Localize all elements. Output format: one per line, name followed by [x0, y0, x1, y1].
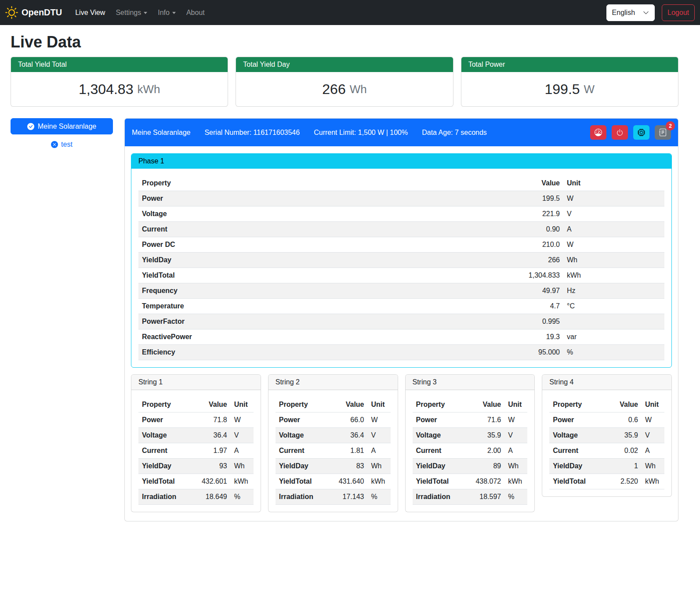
row-property: Power DC: [138, 237, 393, 253]
row-property: Current: [549, 443, 606, 459]
row-property: YieldDay: [413, 459, 464, 474]
column-header-value: Value: [393, 176, 563, 191]
table-row: YieldDay266Wh: [138, 253, 664, 268]
inverter-select-button-meine-solaranlage[interactable]: Meine Solaranlage: [11, 118, 113, 134]
table-row: YieldTotal1,304.833kWh: [138, 268, 664, 283]
x-circle-icon: [51, 141, 58, 148]
row-value: 0.6: [606, 412, 642, 428]
language-select[interactable]: English: [606, 4, 655, 21]
card-title: Total Yield Total: [11, 57, 228, 72]
table-row: Power71.8W: [138, 412, 254, 428]
row-value: 17.143: [327, 489, 367, 505]
table-row: Power DC210.0W: [138, 237, 664, 253]
row-property: Current: [138, 443, 190, 459]
row-unit: %: [504, 489, 527, 505]
table-row: Current0.02A: [549, 443, 664, 459]
string-card-title: String 2: [268, 375, 398, 390]
row-value: 1,304.833: [393, 268, 563, 283]
row-value: 35.9: [464, 428, 504, 443]
table-row: Irradiation18.597%: [413, 489, 528, 505]
table-row: Voltage35.9V: [549, 428, 664, 443]
nav-item-settings[interactable]: Settings: [110, 5, 152, 20]
string-3-card: String 3 Property Value Unit: [405, 374, 535, 512]
row-value: 1.81: [327, 443, 367, 459]
row-property: YieldTotal: [549, 474, 606, 489]
card-unit: kWh: [137, 83, 160, 96]
row-unit: W: [504, 412, 527, 428]
page-title: Live Data: [11, 33, 678, 51]
table-row: Current1.97A: [138, 443, 254, 459]
row-unit: A: [563, 222, 664, 237]
nav-item-info[interactable]: Info: [152, 5, 181, 20]
brand: OpenDTU: [5, 6, 62, 19]
table-row: Current1.81A: [276, 443, 391, 459]
column-header-property: Property: [138, 397, 190, 412]
language-select-value: English: [612, 9, 635, 17]
summary-cards-row: Total Yield Total 1,304.83 kWh Total Yie…: [11, 57, 678, 107]
inverter-limit: Current Limit: 1,500 W | 100%: [314, 129, 408, 137]
row-unit: W: [368, 412, 391, 428]
row-value: 83: [327, 459, 367, 474]
cpu-icon: [638, 129, 645, 136]
column-header-unit: Unit: [368, 397, 391, 412]
nav-item-about[interactable]: About: [181, 5, 210, 20]
table-row: PowerFactor0.995: [138, 314, 664, 329]
table-header-row: Property Value Unit: [276, 397, 391, 412]
row-value: 199.5: [393, 191, 563, 206]
logout-button[interactable]: Logout: [662, 4, 695, 21]
row-unit: kWh: [642, 474, 664, 489]
row-property: Voltage: [549, 428, 606, 443]
device-info-button[interactable]: [633, 125, 649, 140]
row-unit: Wh: [504, 459, 527, 474]
row-property: Voltage: [413, 428, 464, 443]
main-content: Live Data Total Yield Total 1,304.83 kWh…: [11, 33, 678, 521]
card-value: 199.5: [545, 81, 580, 98]
inverter-select-button-test[interactable]: test: [11, 141, 113, 148]
row-property: Power: [138, 412, 190, 428]
row-value: 4.7: [393, 299, 563, 314]
table-row: Power199.5W: [138, 191, 664, 206]
row-property: Power: [549, 412, 606, 428]
inverter-card: Meine Solaranlage Serial Number: 1161716…: [124, 118, 678, 521]
strings-row: String 1 Property Value Unit: [131, 374, 672, 512]
row-property: Current: [413, 443, 464, 459]
row-unit: Hz: [563, 283, 664, 299]
row-property: Irradiation: [138, 489, 190, 505]
row-unit: %: [368, 489, 391, 505]
string-1-table: Property Value Unit Power71.8WVoltage36.…: [138, 397, 254, 505]
row-unit: A: [368, 443, 391, 459]
column-header-value: Value: [190, 397, 231, 412]
row-property: YieldDay: [138, 459, 190, 474]
row-unit: V: [368, 428, 391, 443]
table-row: Frequency49.97Hz: [138, 283, 664, 299]
row-property: Power: [276, 412, 327, 428]
row-value: 0.02: [606, 443, 642, 459]
row-value: 18.649: [190, 489, 231, 505]
row-property: YieldDay: [138, 253, 393, 268]
limit-settings-button[interactable]: [590, 125, 606, 140]
row-value: 93: [190, 459, 231, 474]
column-header-unit: Unit: [642, 397, 664, 412]
inverter-name: Meine Solaranlage: [132, 129, 190, 137]
power-toggle-button[interactable]: [612, 125, 628, 140]
row-unit: W: [563, 237, 664, 253]
row-unit: A: [504, 443, 527, 459]
inverter-list: Meine Solaranlage test: [11, 118, 113, 148]
table-row: YieldTotal2.520kWh: [549, 474, 664, 489]
table-header-row: Property Value Unit: [138, 397, 254, 412]
journal-text-icon: [659, 129, 667, 136]
nav-item-live-view[interactable]: Live View: [70, 5, 110, 20]
table-row: Power66.0W: [276, 412, 391, 428]
power-icon: [616, 129, 624, 136]
column-header-value: Value: [606, 397, 642, 412]
column-header-property: Property: [276, 397, 327, 412]
column-header-property: Property: [413, 397, 464, 412]
row-unit: Wh: [642, 459, 664, 474]
phase-1-panel: Phase 1 Property Value Unit Power199.5WV…: [131, 153, 672, 368]
row-unit: V: [504, 428, 527, 443]
row-unit: W: [563, 191, 664, 206]
phase-panel-title: Phase 1: [131, 154, 671, 169]
table-row: Voltage36.4V: [138, 428, 254, 443]
event-log-button[interactable]: 2: [655, 125, 671, 140]
row-unit: W: [231, 412, 254, 428]
